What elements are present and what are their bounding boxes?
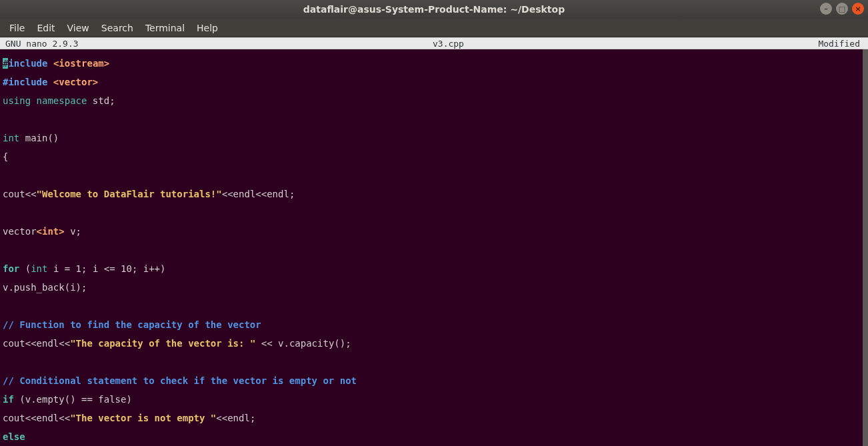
code-token: "The vector is not empty " — [70, 413, 216, 423]
code-line — [3, 208, 860, 217]
editor-area[interactable]: #include <iostream> #include <vector> us… — [0, 49, 868, 446]
code-token: <vector> — [53, 77, 98, 87]
code-token: "Welcome to DataFlair tutorials!" — [37, 189, 222, 199]
code-token: <<endl<<endl; — [222, 189, 295, 199]
window-title: dataflair@asus-System-Product-Name: ~/De… — [303, 4, 565, 15]
nano-modified: Modified — [818, 39, 868, 49]
code-token: else — [3, 431, 25, 442]
code-token: << v.capacity(); — [255, 338, 351, 349]
code-token: <<endl; — [216, 413, 255, 423]
code-token: if — [3, 394, 14, 405]
code-line: v.push_back(i); — [3, 283, 860, 292]
code-comment: // Function to find the capacity of the … — [3, 319, 261, 330]
code-token: cout<<endl<< — [3, 413, 70, 423]
code-token: int — [3, 133, 19, 143]
menu-view[interactable]: View — [62, 21, 95, 35]
code-token: for — [3, 263, 19, 274]
code-line — [3, 357, 860, 367]
maximize-icon[interactable]: □ — [836, 3, 848, 15]
menubar: File Edit View Search Terminal Help — [0, 19, 868, 37]
code-line — [3, 245, 860, 255]
menu-help[interactable]: Help — [191, 21, 223, 35]
code-token: "The capacity of the vector is: " — [70, 338, 255, 349]
code-token: std; — [87, 95, 115, 106]
code-comment: // Conditional statement to check if the… — [3, 375, 357, 386]
menu-terminal[interactable]: Terminal — [140, 21, 190, 35]
code-token: (v.empty() == false) — [14, 394, 132, 405]
menu-search[interactable]: Search — [96, 21, 139, 35]
code-line — [3, 115, 860, 124]
nano-filename: v3.cpp — [79, 39, 819, 49]
code-token: vector — [3, 226, 37, 237]
window-controls: – □ × — [820, 3, 864, 15]
code-token: #include — [3, 77, 53, 87]
code-token: <iostream> — [53, 58, 109, 69]
menu-file[interactable]: File — [4, 21, 30, 35]
code-token: main() — [19, 133, 59, 143]
code-token: ( — [19, 263, 31, 274]
code-token: i = 1; i <= 10; i++) — [47, 263, 165, 274]
code-token: <int> — [37, 226, 65, 237]
code-token: v; — [65, 226, 81, 237]
code-token: cout<<endl<< — [3, 338, 70, 349]
menu-edit[interactable]: Edit — [31, 21, 60, 35]
nano-statusbar: GNU nano 2.9.3 v3.cpp Modified — [0, 37, 868, 49]
nano-app-version: GNU nano 2.9.3 — [0, 39, 79, 49]
code-line: { — [3, 152, 860, 161]
code-line — [3, 171, 860, 180]
code-token: include — [8, 58, 53, 69]
code-token: int — [31, 263, 47, 274]
code-token: cout<< — [3, 189, 37, 199]
window-titlebar: dataflair@asus-System-Product-Name: ~/De… — [0, 0, 868, 19]
minimize-icon[interactable]: – — [820, 3, 832, 15]
code-line — [3, 301, 860, 311]
close-icon[interactable]: × — [852, 3, 864, 15]
code-token: using namespace — [3, 95, 87, 106]
